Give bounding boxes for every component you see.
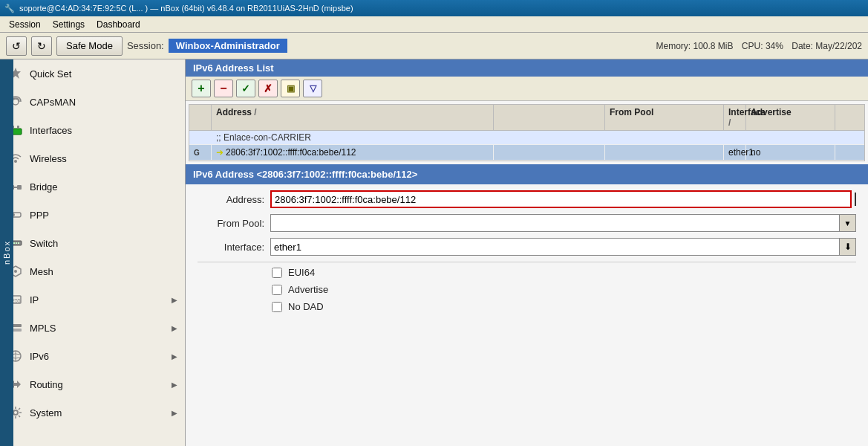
- table-header: Address From Pool Interface Advertise: [189, 105, 864, 131]
- col-address[interactable]: Address: [212, 105, 494, 130]
- sidebar-label-routing: Routing: [30, 379, 166, 390]
- remove-button[interactable]: −: [214, 80, 233, 97]
- no-dad-row: No DAD: [272, 301, 856, 312]
- col-interface[interactable]: Interface: [724, 105, 746, 130]
- sidebar-item-ipv6[interactable]: IPv6 ▶: [0, 342, 185, 370]
- interface-dropdown-btn[interactable]: ⬇: [840, 238, 856, 256]
- system-info: Memory: 100.8 MiB CPU: 34% Date: May/22/…: [656, 41, 862, 51]
- sidebar-item-routing[interactable]: Routing ▶: [0, 370, 185, 398]
- sidebar-label-system: System: [30, 407, 166, 418]
- date-value: May/22/202: [815, 41, 862, 51]
- comment-flag: [194, 132, 216, 143]
- sidebar-label-interfaces: Interfaces: [30, 125, 177, 136]
- from-pool-dropdown-btn[interactable]: ▼: [840, 214, 856, 232]
- menu-dashboard[interactable]: Dashboard: [91, 18, 146, 31]
- sidebar-item-interfaces[interactable]: Interfaces: [0, 116, 185, 144]
- mpls-arrow: ▶: [172, 324, 177, 332]
- col-flag: [189, 105, 212, 130]
- from-pool-label: From Pool:: [198, 218, 264, 229]
- safe-mode-button[interactable]: Safe Mode: [56, 36, 123, 56]
- row-from-pool: [605, 145, 724, 160]
- svg-rect-3: [17, 126, 19, 129]
- form-divider: [198, 262, 856, 262]
- row-flag: G: [189, 145, 212, 160]
- eui64-row: EUI64: [272, 267, 856, 278]
- menu-bar: Session Settings Dashboard: [0, 16, 868, 33]
- copy-button[interactable]: ▣: [281, 80, 300, 97]
- address-row: Address:: [198, 190, 856, 208]
- col-advertise: Advertise: [746, 105, 835, 130]
- apply-button[interactable]: ✓: [236, 80, 255, 97]
- cancel-button[interactable]: ✗: [258, 80, 278, 97]
- address-label: Address:: [198, 194, 264, 205]
- app-icon: 🔧: [4, 4, 15, 13]
- cpu-value: 34%: [766, 41, 783, 51]
- window-title: IPv6 Address List: [186, 59, 868, 77]
- memory-label: Memory:: [656, 41, 691, 51]
- sidebar-vertical-label: nBox: [2, 240, 11, 265]
- sidebar-item-system[interactable]: System ▶: [0, 398, 185, 427]
- svg-rect-14: [18, 242, 19, 244]
- comment-row: ;; Enlace-con-CARRIER: [189, 131, 864, 145]
- system-arrow: ▶: [172, 409, 177, 417]
- sidebar-label-mesh: Mesh: [30, 266, 177, 277]
- add-button[interactable]: +: [192, 80, 211, 97]
- cursor-indicator: [855, 193, 856, 206]
- detail-panel-title: IPv6 Address <2806:3f7:1002::ffff:f0ca:b…: [186, 164, 868, 184]
- sidebar-item-quick-set[interactable]: Quick Set: [0, 59, 185, 88]
- svg-rect-13: [16, 242, 17, 244]
- no-dad-checkbox[interactable]: [272, 302, 282, 312]
- svg-point-16: [14, 270, 17, 273]
- eui64-checkbox[interactable]: [272, 268, 282, 278]
- sidebar-label-bridge: Bridge: [30, 181, 177, 193]
- ipv6-arrow: ▶: [172, 352, 177, 361]
- comment-text: ;; Enlace-con-CARRIER: [216, 132, 311, 143]
- svg-rect-6: [17, 185, 22, 190]
- row-sep: [494, 145, 605, 160]
- advertise-row: Advertise: [272, 284, 856, 295]
- sidebar-item-wireless[interactable]: Wireless: [0, 144, 185, 172]
- menu-session[interactable]: Session: [3, 18, 47, 31]
- interface-input[interactable]: [270, 238, 840, 256]
- session-label: Session:: [127, 40, 164, 51]
- memory-value: 100.8 MiB: [693, 41, 733, 51]
- sidebar-item-capsman[interactable]: CAPsMAN: [0, 88, 185, 116]
- row-address: ➜ 2806:3f7:1002::ffff:f0ca:bebe/112: [212, 145, 494, 160]
- advertise-checkbox[interactable]: [272, 285, 282, 295]
- svg-point-4: [14, 160, 17, 163]
- sidebar-item-ip[interactable]: 255 IP ▶: [0, 285, 185, 314]
- svg-point-0: [13, 99, 19, 105]
- from-pool-input-wrapper: ▼: [270, 214, 856, 232]
- row-interface: ether1: [724, 145, 746, 160]
- sidebar-label-switch: Switch: [30, 238, 177, 249]
- address-input[interactable]: [270, 190, 852, 208]
- from-pool-row: From Pool: ▼: [198, 214, 856, 232]
- svg-rect-12: [13, 242, 15, 244]
- no-dad-label: No DAD: [288, 301, 324, 312]
- undo-button[interactable]: ↺: [6, 36, 27, 56]
- sidebar-item-ppp[interactable]: PPP: [0, 201, 185, 229]
- table-row[interactable]: G ➜ 2806:3f7:1002::ffff:f0ca:bebe/112 et…: [189, 145, 864, 161]
- main-layout: Quick Set CAPsMAN Interfaces Wireless: [0, 59, 868, 446]
- svg-point-23: [13, 410, 18, 415]
- col-sep: [494, 105, 605, 130]
- form-area: Address: From Pool: ▼ Interface:: [186, 184, 868, 446]
- eui64-label: EUI64: [288, 267, 315, 278]
- address-table: Address From Pool Interface Advertise ;;…: [189, 104, 865, 161]
- menu-settings[interactable]: Settings: [47, 18, 91, 31]
- filter-button[interactable]: ▽: [303, 80, 322, 97]
- sidebar-item-mesh[interactable]: Mesh: [0, 257, 185, 285]
- sidebar-item-switch[interactable]: Switch: [0, 229, 185, 257]
- main-toolbar: ↺ ↻ Safe Mode Session: Winbox-Administra…: [0, 33, 868, 59]
- routing-arrow: ▶: [172, 381, 177, 389]
- sidebar-label-ipv6: IPv6: [30, 351, 166, 362]
- interface-row: Interface: ⬇: [198, 238, 856, 256]
- row-advertise: no: [746, 145, 835, 160]
- sidebar-item-mpls[interactable]: MPLS ▶: [0, 314, 185, 342]
- ip-arrow: ▶: [172, 296, 177, 304]
- from-pool-input[interactable]: [270, 214, 840, 232]
- content-area: IPv6 Address List + − ✓ ✗ ▣ ▽ Address Fr…: [186, 59, 868, 446]
- sidebar-item-bridge[interactable]: Bridge: [0, 172, 185, 201]
- sidebar-label-ppp: PPP: [30, 210, 177, 221]
- redo-button[interactable]: ↻: [31, 36, 52, 56]
